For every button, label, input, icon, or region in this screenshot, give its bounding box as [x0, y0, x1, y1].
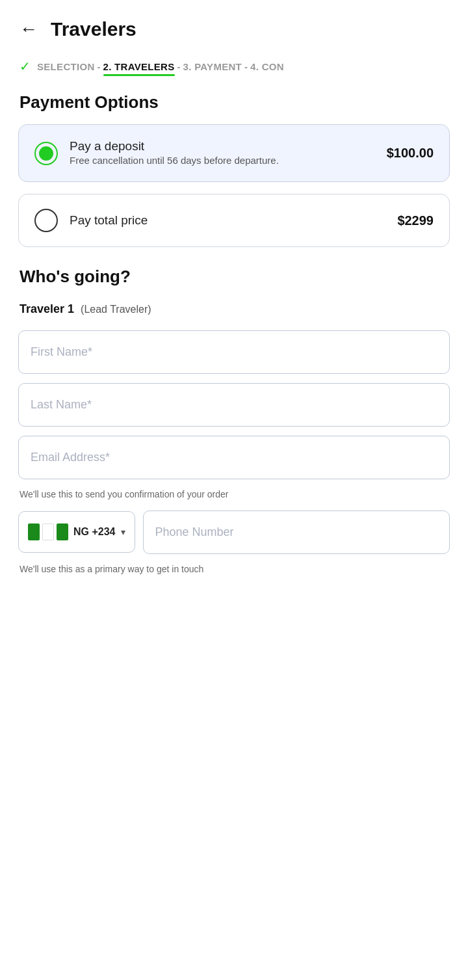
step-confirm: 4. CON [250, 61, 284, 72]
country-selector[interactable]: NG +234 ▾ [18, 511, 135, 553]
first-name-field [18, 330, 450, 374]
step-sep-3: - [244, 61, 248, 72]
country-code-label: NG +234 [73, 526, 116, 538]
email-hint: We'll use this to send you confirmation … [20, 488, 448, 501]
payment-total-info: Pay total price [70, 213, 385, 228]
payment-option-total[interactable]: Pay total price $2299 [18, 194, 450, 247]
payment-section-title: Payment Options [0, 86, 468, 124]
step-sep-2: - [177, 61, 181, 72]
payment-deposit-sub: Free cancellation until 56 days before d… [70, 155, 279, 166]
payment-deposit-price: $100.00 [387, 146, 434, 161]
payment-total-label: Pay total price [70, 213, 385, 228]
last-name-field [18, 383, 450, 427]
step-sep-1: - [98, 61, 101, 72]
flag-center-strip [42, 523, 54, 540]
email-field [18, 436, 450, 479]
payment-total-price: $2299 [397, 213, 434, 228]
payment-deposit-info: Pay a deposit Free cancellation until 56… [70, 139, 375, 167]
step-travelers: 2. TRAVELERS [103, 61, 175, 72]
traveler1-sub: (Lead Traveler) [81, 304, 151, 315]
page-title: Travelers [51, 18, 136, 40]
phone-row: NG +234 ▾ [18, 510, 450, 554]
radio-deposit [34, 142, 58, 165]
phone-hint: We'll use this as a primary way to get i… [20, 563, 448, 576]
breadcrumb: ✓ SELECTION - 2. TRAVELERS - 3. PAYMENT … [0, 52, 468, 86]
last-name-input[interactable] [18, 383, 450, 427]
header: ← Travelers [0, 0, 468, 52]
payment-option-deposit[interactable]: Pay a deposit Free cancellation until 56… [18, 124, 450, 182]
traveler1-name: Traveler 1 [20, 302, 74, 316]
flag-right-strip [57, 523, 68, 540]
email-input[interactable] [18, 436, 450, 479]
payment-deposit-label: Pay a deposit [70, 139, 375, 153]
back-button[interactable]: ← [20, 20, 38, 38]
whos-going-title: Who's going? [0, 259, 468, 291]
flag-icon [28, 523, 68, 540]
first-name-input[interactable] [18, 330, 450, 374]
radio-total [34, 209, 58, 232]
phone-input[interactable] [143, 510, 450, 554]
step-payment: 3. PAYMENT [183, 61, 242, 72]
traveler1-label: Traveler 1 (Lead Traveler) [0, 291, 468, 321]
radio-deposit-fill [39, 146, 53, 161]
step-selection: SELECTION [37, 61, 95, 72]
chevron-down-icon: ▾ [121, 527, 125, 537]
step-check-icon: ✓ [20, 59, 31, 74]
flag-left-strip [28, 523, 40, 540]
